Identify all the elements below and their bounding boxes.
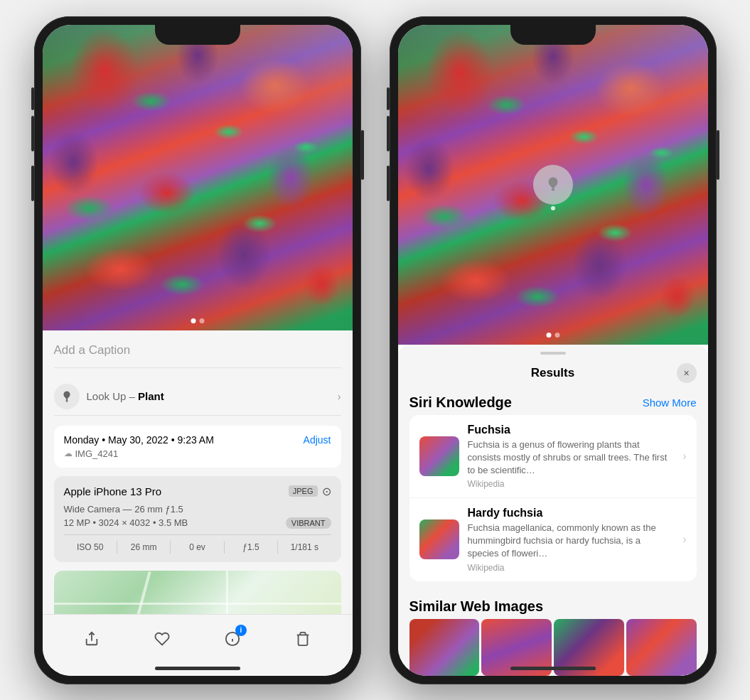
fuchsia-text: Fuchsia Fuchsia is a genus of flowering … [468, 424, 675, 490]
hardy-thumbnail [419, 519, 459, 559]
specs-row: ISO 50 26 mm 0 ev ƒ1.5 1/181 s [64, 534, 331, 554]
knowledge-item-hardy[interactable]: Hardy fuchsia Fuchsia magellanica, commo… [409, 498, 697, 581]
results-title: Results [429, 366, 677, 380]
notch-right [510, 25, 596, 45]
info-button[interactable]: i [217, 623, 248, 655]
svg-rect-1 [65, 400, 68, 402]
spec-iso: ISO 50 [64, 541, 117, 554]
fuchsia-desc: Fuchsia is a genus of flowering plants t… [468, 438, 675, 478]
photo-dots [191, 318, 204, 323]
results-close-button[interactable]: × [677, 363, 697, 383]
photo-area[interactable] [43, 25, 353, 330]
spec-ev: 0 ev [171, 541, 224, 554]
fuchsia-name: Fuchsia [468, 424, 675, 436]
results-header: Results × [398, 355, 708, 389]
notch [155, 25, 240, 45]
fuchsia-source: Wikipedia [468, 479, 675, 489]
knowledge-card: Fuchsia Fuchsia is a genus of flowering … [409, 415, 697, 581]
lookup-chevron: › [338, 391, 341, 402]
fuchsia-chevron: › [682, 450, 686, 463]
similar-web-section: Similar Web Images [398, 587, 708, 676]
left-phone: Add a Caption Look Up – Plant › [34, 16, 361, 684]
camera-section: Apple iPhone 13 Pro JPEG ⊙ Wide Camera —… [54, 476, 341, 562]
hardy-name: Hardy fuchsia [468, 507, 675, 519]
camera-model: Apple iPhone 13 Pro [64, 485, 162, 497]
meta-date: Monday • May 30, 2022 • 9:23 AM [64, 434, 214, 446]
svg-rect-0 [65, 399, 68, 401]
fuchsia-thumbnail [419, 436, 459, 476]
svg-rect-6 [551, 188, 555, 190]
similar-image-1[interactable] [409, 619, 480, 676]
delete-button[interactable] [287, 623, 318, 655]
visual-lookup-button[interactable] [533, 165, 573, 205]
format-badge: JPEG [289, 485, 318, 497]
spec-focal: 26 mm [117, 541, 171, 554]
right-photo-dots [546, 333, 559, 338]
map-thumbnail[interactable] [54, 571, 341, 614]
hardy-text: Hardy fuchsia Fuchsia magellanica, commo… [468, 507, 675, 573]
photo-info-scroll[interactable]: Add a Caption Look Up – Plant › [43, 330, 353, 614]
visual-lookup-icon [54, 384, 80, 409]
spec-shutter: 1/181 s [278, 541, 331, 554]
info-badge: i [235, 625, 247, 636]
siri-knowledge-header: Siri Knowledge Show More [398, 389, 708, 415]
hardy-source: Wikipedia [468, 563, 675, 573]
lookup-dot [551, 206, 555, 210]
camera-resolution: 12 MP • 3024 × 4032 • 3.5 MB [64, 517, 188, 528]
similar-header: Similar Web Images [398, 593, 708, 619]
adjust-button[interactable]: Adjust [304, 434, 331, 446]
similar-title: Similar Web Images [409, 598, 544, 615]
meta-filename: ☁ IMG_4241 [64, 448, 331, 459]
hardy-chevron: › [682, 533, 686, 546]
knowledge-item-fuchsia[interactable]: Fuchsia Fuchsia is a genus of flowering … [409, 415, 697, 499]
home-indicator [155, 667, 240, 670]
style-badge: VIBRANT [286, 517, 331, 529]
spec-aperture: ƒ1.5 [225, 541, 278, 554]
lookup-text: Look Up – Plant [87, 390, 164, 402]
siri-knowledge-title: Siri Knowledge [409, 394, 512, 411]
similar-image-4[interactable] [626, 619, 697, 676]
meta-section: Monday • May 30, 2022 • 9:23 AM Adjust ☁… [54, 426, 341, 468]
like-button[interactable] [146, 623, 178, 655]
caption-input[interactable]: Add a Caption [54, 342, 341, 368]
lookup-row[interactable]: Look Up – Plant › [54, 378, 341, 416]
hardy-desc: Fuchsia magellanica, commonly known as t… [468, 522, 675, 561]
right-phone: Results × Siri Knowledge Show More Fu [390, 16, 717, 684]
share-button[interactable] [76, 623, 107, 655]
right-photo-area[interactable] [398, 25, 708, 345]
camera-lens: Wide Camera — 26 mm ƒ1.5 [64, 504, 331, 515]
home-indicator-right [510, 667, 596, 670]
show-more-button[interactable]: Show More [643, 397, 697, 409]
results-panel[interactable]: Results × Siri Knowledge Show More Fu [398, 345, 708, 676]
